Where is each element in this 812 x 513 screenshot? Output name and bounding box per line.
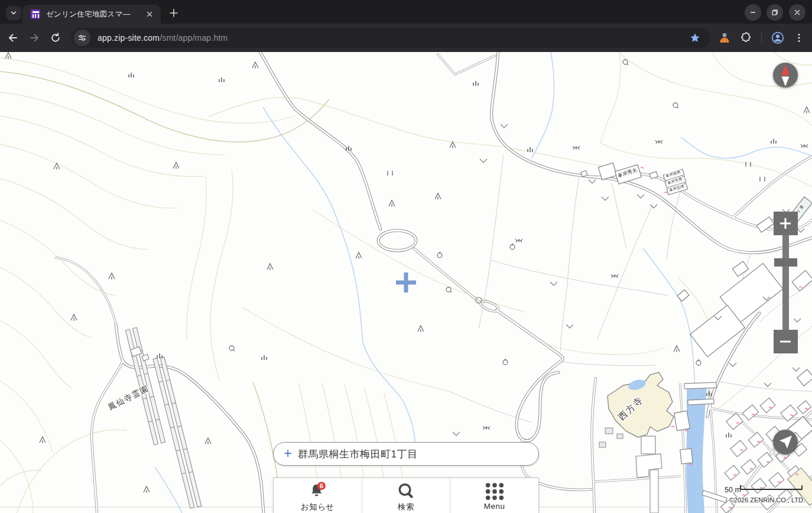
scale-label: 50 m: [725, 486, 741, 494]
menu-grid-icon: [483, 481, 506, 501]
paired-tick-symbols: [388, 162, 765, 181]
zenrin-favicon: [31, 9, 40, 19]
current-location-button[interactable]: [773, 430, 798, 454]
toolbar-separator: [761, 33, 762, 43]
site-info-icon[interactable]: [74, 30, 90, 46]
tab-search-button[interactable]: [6, 6, 21, 20]
notifications-button[interactable]: 6 お知らせ: [274, 478, 362, 513]
zoom-slider-track[interactable]: [782, 235, 789, 259]
browser-toolbar: app.zip-site.com/smt/app/map.htm: [0, 24, 812, 52]
window-close-button[interactable]: [789, 4, 805, 21]
notifications-label: お知らせ: [301, 502, 334, 512]
browser-tab[interactable]: ゼンリン住宅地図スマ—: [22, 5, 161, 24]
compass-control[interactable]: [773, 63, 798, 87]
browser-window: ゼンリン住宅地図スマ—: [0, 0, 812, 513]
app-bottom-toolbar: 6 お知らせ 検索 Menu: [273, 478, 539, 513]
window-minimize-button[interactable]: [745, 4, 761, 21]
profile-avatar-icon[interactable]: [771, 31, 785, 45]
notification-badge: 6: [320, 482, 323, 489]
map-center-cross: [396, 272, 416, 293]
search-label: 検索: [398, 502, 414, 512]
copyright-label: ©2026 ZENRIN CO., LTD.: [729, 496, 805, 504]
reload-button[interactable]: [48, 31, 63, 45]
small-map-features: [130, 297, 482, 361]
temple-compound: [599, 372, 674, 513]
chevron-down-icon: [10, 9, 17, 17]
orchard-symbols: [229, 60, 701, 365]
extension-persona-icon[interactable]: [717, 31, 732, 45]
menu-label: Menu: [484, 502, 505, 511]
tab-strip: ゼンリン住宅地図スマ—: [0, 0, 812, 24]
menu-kebab-icon[interactable]: [792, 31, 806, 45]
tab-title: ゼンリン住宅地図スマ—: [46, 9, 144, 20]
menu-button[interactable]: Menu: [450, 478, 538, 513]
url-text: app.zip-site.com/smt/app/map.htm: [98, 33, 228, 43]
settlement-bottom-right: [721, 398, 812, 513]
back-button[interactable]: [6, 31, 20, 45]
bookmark-star-icon[interactable]: [688, 31, 702, 45]
search-button[interactable]: 検索: [362, 478, 450, 513]
cemetery-symbols: [129, 73, 776, 437]
window-maximize-button[interactable]: [766, 4, 783, 21]
address-search-pill[interactable]: + 群馬県桐生市梅田町1丁目: [273, 442, 539, 466]
bell-icon: 6: [306, 481, 329, 501]
extensions-puzzle-icon[interactable]: [739, 31, 753, 45]
search-icon: [395, 481, 417, 501]
tab-close-icon[interactable]: [144, 9, 155, 20]
new-tab-button[interactable]: [167, 6, 181, 20]
search-address-text: 群馬県桐生市梅田町1丁目: [298, 447, 417, 461]
address-bar[interactable]: app.zip-site.com/smt/app/map.htm: [71, 28, 710, 48]
zoom-slider-handle[interactable]: [774, 258, 797, 267]
forward-button[interactable]: [27, 31, 41, 45]
add-address-icon: +: [284, 445, 292, 462]
